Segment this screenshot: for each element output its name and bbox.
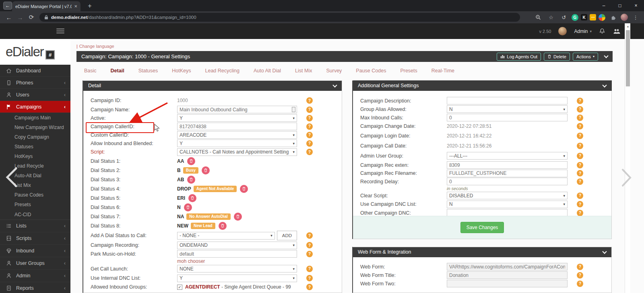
tab-detail[interactable]: Detail bbox=[110, 66, 125, 75]
sidebar-item-campaigns[interactable]: Campaigns ‹ bbox=[0, 101, 70, 113]
tab-survey[interactable]: Survey bbox=[325, 66, 343, 75]
allow-inbound-select[interactable]: Y▾ bbox=[177, 139, 297, 147]
delete-status-button[interactable] bbox=[219, 222, 227, 230]
actions-dropdown-button[interactable]: Actions ▾ bbox=[573, 53, 598, 61]
tab-basic[interactable]: Basic bbox=[83, 66, 97, 75]
screenshot-ext-icon[interactable]: ⋯ bbox=[590, 14, 596, 20]
sidebar-item-lists[interactable]: Lists ‹ bbox=[0, 220, 70, 232]
recording-delay-input[interactable] bbox=[447, 178, 568, 185]
collapse-chevron-icon[interactable] bbox=[604, 53, 608, 58]
tab-auto-alt-dial[interactable]: Auto Alt Dial bbox=[253, 66, 282, 75]
help-icon[interactable]: ? bbox=[577, 281, 583, 287]
hamburger-icon[interactable] bbox=[56, 28, 64, 34]
campaign-rec-filename-input[interactable] bbox=[447, 170, 568, 177]
park-moh-input[interactable] bbox=[177, 250, 297, 258]
tab-real-time[interactable]: Real-Time bbox=[431, 66, 455, 75]
tab-close-icon[interactable]: × bbox=[74, 3, 77, 9]
bookmark-star-icon[interactable]: ☆ bbox=[546, 13, 556, 22]
delete-status-button[interactable] bbox=[188, 194, 196, 202]
help-icon[interactable]: ? bbox=[577, 272, 583, 279]
web-form-input[interactable] bbox=[447, 263, 568, 270]
sidebar-item-phones[interactable]: Phones ‹ bbox=[0, 77, 70, 89]
help-icon[interactable]: ? bbox=[306, 242, 313, 248]
campaign-callerid-input[interactable] bbox=[177, 123, 297, 130]
history-icon[interactable]: ↺ bbox=[559, 13, 569, 22]
clear-script-select[interactable]: DISABLED▾ bbox=[447, 192, 568, 199]
nav-next-chevron-icon[interactable] bbox=[620, 168, 634, 188]
collapse-chevron-icon[interactable] bbox=[602, 83, 607, 87]
agents-group-icon[interactable] bbox=[613, 28, 621, 35]
scrollbar-up-arrow[interactable]: ▲ bbox=[625, 23, 631, 29]
inbound-group-checkbox[interactable]: ✓ bbox=[177, 285, 182, 290]
help-icon[interactable]: ? bbox=[577, 193, 583, 199]
collapse-chevron-icon[interactable] bbox=[332, 83, 337, 87]
help-icon[interactable]: ? bbox=[306, 107, 313, 113]
help-icon[interactable]: ? bbox=[306, 149, 313, 155]
scrollbar-thumb[interactable] bbox=[626, 30, 630, 86]
help-icon[interactable]: ? bbox=[577, 133, 583, 139]
help-icon[interactable]: ? bbox=[577, 210, 583, 216]
help-icon[interactable]: ? bbox=[306, 275, 313, 281]
delete-status-button[interactable] bbox=[240, 185, 248, 193]
add-dial-status-select[interactable]: - NONE -▾ bbox=[177, 232, 275, 240]
sidebar-sub-statuses[interactable]: Statuses bbox=[0, 142, 70, 152]
help-icon[interactable]: ? bbox=[306, 232, 313, 239]
log-agents-out-button[interactable]: Log Agents Out bbox=[497, 53, 541, 61]
sidebar-item-scripts[interactable]: Scripts ‹ bbox=[0, 232, 70, 245]
close-button[interactable]: × bbox=[628, 0, 644, 11]
help-icon[interactable]: ? bbox=[577, 123, 583, 129]
help-icon[interactable]: ? bbox=[306, 266, 313, 272]
back-icon[interactable]: ← bbox=[3, 14, 14, 21]
web-form-two-input[interactable] bbox=[447, 280, 568, 287]
moh-chooser-link[interactable]: moh chooser bbox=[177, 258, 205, 264]
sidebar-item-dashboard[interactable]: Dashboard bbox=[0, 65, 70, 77]
help-icon[interactable]: ? bbox=[577, 153, 583, 159]
tab-pause-codes[interactable]: Pause Codes bbox=[355, 66, 387, 75]
zoom-icon[interactable] bbox=[533, 13, 543, 22]
idm-icon[interactable] bbox=[599, 14, 605, 21]
campaign-rec-exten-input[interactable] bbox=[447, 161, 568, 169]
script-select[interactable]: CALLNOTES - Call Notes and Appointment S… bbox=[177, 148, 297, 156]
help-icon[interactable]: ? bbox=[577, 178, 583, 185]
custom-callerid-select[interactable]: AREACODE▾ bbox=[177, 131, 297, 139]
grammarly-icon[interactable]: G bbox=[572, 14, 578, 21]
browser-scrollbar[interactable]: ▲ bbox=[625, 23, 630, 293]
help-icon[interactable]: ? bbox=[306, 123, 313, 130]
help-icon[interactable]: ? bbox=[306, 132, 313, 138]
help-icon[interactable]: ? bbox=[306, 115, 313, 121]
web-form-title-input[interactable] bbox=[447, 271, 568, 279]
delete-status-button[interactable] bbox=[187, 176, 195, 184]
active-select[interactable]: Y▾ bbox=[177, 114, 297, 122]
help-icon[interactable]: ? bbox=[577, 106, 583, 113]
campaign-description-input[interactable] bbox=[447, 97, 568, 104]
sidebar-sub-copy-campaign[interactable]: Copy Campaign bbox=[0, 132, 70, 142]
delete-status-button[interactable] bbox=[187, 157, 195, 165]
sidebar-item-reports[interactable]: Reports ‹ bbox=[0, 282, 70, 293]
sidebar-sub-hotkeys[interactable]: HotKeys bbox=[0, 152, 70, 161]
help-icon[interactable]: ? bbox=[306, 251, 313, 257]
admin-user-group-select[interactable]: ---ALL---▾ bbox=[447, 152, 568, 160]
group-alias-select[interactable]: N▾ bbox=[447, 105, 568, 113]
help-icon[interactable]: ? bbox=[306, 97, 313, 104]
help-icon[interactable]: ? bbox=[306, 140, 313, 147]
change-language-link[interactable]: |Change language bbox=[76, 44, 114, 49]
add-dial-status-button[interactable]: ADD bbox=[277, 231, 297, 240]
sidebar-item-users[interactable]: Users ‹ bbox=[0, 89, 70, 101]
sidebar-item-user-groups[interactable]: User Groups ‹ bbox=[0, 257, 70, 270]
campaign-name-input[interactable] bbox=[177, 106, 297, 113]
sidebar-item-inbound[interactable]: Inbound ‹ bbox=[0, 245, 70, 257]
keeper-icon[interactable]: K bbox=[581, 14, 587, 20]
user-avatar[interactable] bbox=[558, 27, 567, 35]
campaign-recording-select[interactable]: ONDEMAND▾ bbox=[177, 242, 297, 249]
tab-statuses[interactable]: Statuses bbox=[138, 66, 159, 75]
browser-tab[interactable]: eDialer Manager Portal | v7.0 × bbox=[12, 1, 80, 11]
user-menu[interactable]: Admin ▾ bbox=[574, 29, 592, 34]
browser-profile-avatar[interactable] bbox=[621, 14, 628, 21]
new-tab-button[interactable]: + bbox=[85, 2, 94, 10]
collapse-chevron-icon[interactable] bbox=[602, 249, 607, 254]
reload-icon[interactable]: ⟳ bbox=[26, 14, 37, 21]
delete-button[interactable]: Delete bbox=[544, 53, 570, 61]
use-campaign-dnc-select[interactable]: N▾ bbox=[447, 201, 568, 208]
notifications-bell-icon[interactable] bbox=[599, 28, 605, 35]
delete-status-button[interactable] bbox=[184, 203, 192, 211]
